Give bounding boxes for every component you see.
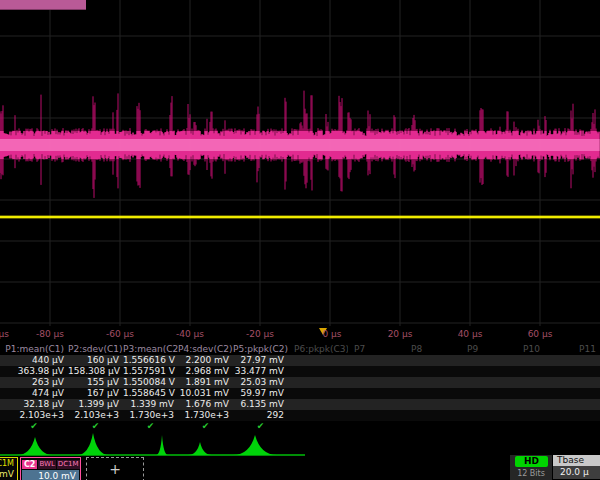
bit-depth-label: 12 Bits — [510, 469, 552, 478]
param-header-11[interactable]: P11 — [573, 343, 600, 355]
param-value-cell: 59.97 mV — [233, 388, 288, 399]
param-value-cell: 263 µV — [0, 377, 68, 388]
param-value-cell: 1.676 mV — [178, 399, 233, 410]
param-header-3[interactable]: P3:mean(C2) — [123, 343, 178, 355]
add-trace-button[interactable]: + — [86, 457, 144, 480]
time-axis-label: 0 µs — [322, 329, 341, 339]
param-value-cell: 1.891 mV — [178, 377, 233, 388]
param-value-cell: 158.308 µV — [68, 366, 123, 377]
param-value-cell: 32.18 µV — [0, 399, 68, 410]
param-value-cell: 1.550084 V — [123, 377, 178, 388]
param-value-cell: 1.399 µV — [68, 399, 123, 410]
stat-row: 2.103e+32.103e+31.730e+31.730e+3292 — [0, 410, 600, 421]
param-header-1[interactable]: P1:mean(C1) — [0, 343, 68, 355]
param-value-cell: 363.98 µV — [0, 366, 68, 377]
channel-c2-descriptor[interactable]: C2 BWL DC1M 10.0 mV — [20, 457, 81, 480]
channel-c1-descriptor[interactable]: DC1M 0 mV — [0, 457, 18, 480]
c2-bwl-tag: BWL — [38, 460, 55, 469]
c2-scale-label: 10.0 mV — [22, 470, 79, 480]
c1-coupling-label: DC1M — [0, 458, 17, 468]
param-value-cell: 2.968 mV — [178, 366, 233, 377]
param-value-cell: 33.477 mV — [233, 366, 288, 377]
c1-scale-label: 0 mV — [0, 468, 17, 479]
waveform-graticule — [0, 0, 600, 326]
param-value-cell: 160 µV — [68, 355, 123, 366]
param-value-cell: 440 µV — [0, 355, 68, 366]
param-header-9[interactable]: P9 — [461, 343, 517, 355]
status-bar: DC1M 0 mV C2 BWL DC1M 10.0 mV + HD 12 Bi… — [0, 457, 600, 480]
param-value-cell: 2.103e+3 — [0, 410, 68, 421]
param-header-7[interactable]: P7 — [348, 343, 405, 355]
param-header-8[interactable]: P8 — [405, 343, 461, 355]
param-value-cell: 25.03 mV — [233, 377, 288, 388]
stat-row: 363.98 µV158.308 µV1.557591 V2.968 mV33.… — [0, 366, 600, 377]
time-axis-label: -40 µs — [176, 329, 204, 339]
param-value-cell: 6.135 mV — [233, 399, 288, 410]
param-header-6[interactable]: P6:pkpk(C3) — [288, 343, 348, 355]
timebase-descriptor[interactable]: Tbase 20.0 µ — [553, 455, 600, 480]
param-value-cell: 1.558645 V — [123, 388, 178, 399]
param-header-5[interactable]: P5:pkpk(C2) — [233, 343, 288, 355]
time-axis-label: 40 µs — [458, 329, 483, 339]
time-axis: -100 µs-80 µs-60 µs-40 µs-20 µs0 µs20 µs… — [0, 325, 600, 343]
param-value-cell: 167 µV — [68, 388, 123, 399]
param-value-cell: 155 µV — [68, 377, 123, 388]
hd-mode-badge: HD — [515, 456, 548, 467]
param-value-cell: 1.557591 V — [123, 366, 178, 377]
time-axis-label: -80 µs — [36, 329, 64, 339]
stat-row: 32.18 µV1.399 µV1.339 mV1.676 mV6.135 mV — [0, 399, 600, 410]
stat-row: 474 µV167 µV1.558645 V10.031 mV59.97 mV — [0, 388, 600, 399]
cropped-menu-fragment — [0, 0, 86, 10]
time-axis-label: -60 µs — [106, 329, 134, 339]
param-header-2[interactable]: P2:sdev(C1) — [68, 343, 123, 355]
param-value-cell: 292 — [233, 410, 288, 421]
param-value-cell: 1.339 mV — [123, 399, 178, 410]
stat-row: 263 µV155 µV1.550084 V1.891 mV25.03 mV — [0, 377, 600, 388]
stat-row: 440 µV160 µV1.556616 V2.200 mV27.97 mV — [0, 355, 600, 366]
histicon-strip — [0, 430, 600, 457]
param-header-4[interactable]: P4:sdev(C2) — [178, 343, 233, 355]
param-value-cell: 10.031 mV — [178, 388, 233, 399]
c2-coupling-tag: DC1M — [57, 460, 80, 469]
timebase-value: 20.0 µ — [553, 466, 600, 479]
param-value-cell: 1.556616 V — [123, 355, 178, 366]
param-header-10[interactable]: P10 — [517, 343, 573, 355]
param-value-cell: 474 µV — [0, 388, 68, 399]
c2-badge: C2 — [22, 460, 37, 469]
time-axis-label: 60 µs — [528, 329, 553, 339]
oscilloscope-screen: -100 µs-80 µs-60 µs-40 µs-20 µs0 µs20 µs… — [0, 0, 600, 480]
time-axis-label: -20 µs — [246, 329, 274, 339]
param-value-cell: 1.730e+3 — [123, 410, 178, 421]
param-value-cell: 1.730e+3 — [178, 410, 233, 421]
timebase-title: Tbase — [553, 455, 600, 466]
time-axis-label: -100 µs — [0, 329, 9, 339]
time-axis-label: 20 µs — [388, 329, 413, 339]
acquisition-mode-box[interactable]: HD 12 Bits — [510, 455, 552, 480]
param-value-cell: 2.200 mV — [178, 355, 233, 366]
measurement-table: P1:mean(C1)P2:sdev(C1)P3:mean(C2)P4:sdev… — [0, 343, 600, 432]
param-value-cell: 27.97 mV — [233, 355, 288, 366]
param-value-cell: 2.103e+3 — [68, 410, 123, 421]
